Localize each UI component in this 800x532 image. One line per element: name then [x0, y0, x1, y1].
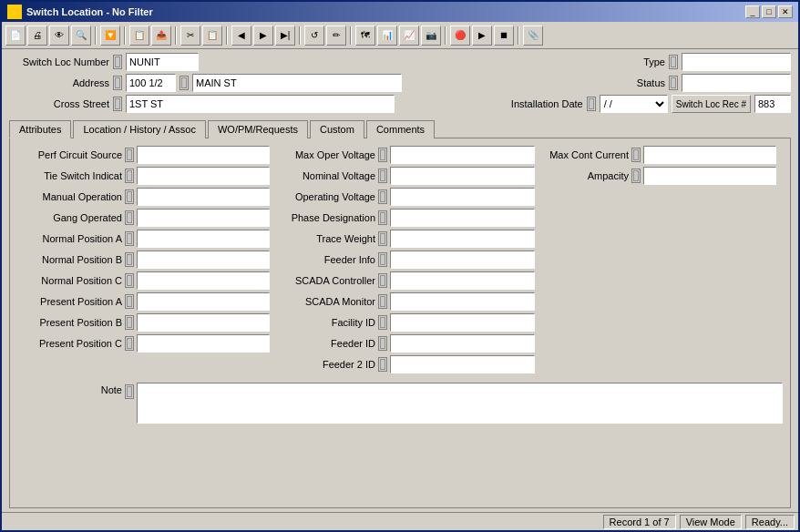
facility-id-input[interactable]: [390, 313, 535, 332]
close-button[interactable]: ✕: [778, 5, 793, 18]
field-perf-circuit-source: Perf Circuit Source: [17, 146, 263, 164]
toolbar-stop-btn[interactable]: 🔴: [450, 26, 470, 46]
operating-voltage-input[interactable]: [390, 188, 535, 206]
tab-custom[interactable]: Custom: [310, 120, 364, 138]
toolbar-export-btn[interactable]: 📤: [151, 26, 171, 46]
tie-switch-input[interactable]: [137, 167, 270, 185]
toolbar-search-btn[interactable]: 🔍: [71, 26, 91, 46]
sep2: [124, 26, 126, 45]
field-present-pos-b: Present Position B: [17, 313, 263, 332]
toolbar-filter-btn[interactable]: 🔽: [100, 26, 120, 46]
toolbar-map-btn[interactable]: 🗺: [355, 26, 375, 46]
tab-content-attributes: Perf Circuit Source Tie Switch Indicat M…: [9, 138, 791, 508]
form-row-2: Address Status: [9, 74, 791, 92]
toolbar-preview-btn[interactable]: 👁: [49, 26, 69, 46]
toolbar-photo-btn[interactable]: 📷: [421, 26, 441, 46]
address-indicator: [113, 76, 122, 90]
field-present-pos-a: Present Position A: [17, 292, 263, 311]
ampacity-input[interactable]: [643, 167, 776, 185]
app-icon: ⚡: [7, 5, 22, 19]
max-cont-current-input[interactable]: [643, 146, 776, 164]
note-indicator: [125, 384, 134, 399]
feeder-id-input[interactable]: [390, 334, 535, 353]
status-input[interactable]: [682, 74, 791, 92]
toolbar-cut-btn[interactable]: ✂: [180, 26, 200, 46]
tab-location-history[interactable]: Location / History / Assoc: [73, 120, 206, 138]
field-nominal-voltage: Nominal Voltage: [271, 167, 535, 185]
address-number-input[interactable]: [126, 74, 176, 92]
tab-bar: Attributes Location / History / Assoc WO…: [9, 119, 791, 138]
scada-controller-input[interactable]: [390, 271, 535, 290]
toolbar-new-btn[interactable]: 📄: [5, 26, 26, 46]
cross-street-input[interactable]: [126, 95, 395, 113]
field-manual-operation: Manual Operation: [17, 188, 263, 206]
toolbar-copy-btn[interactable]: 📋: [129, 26, 149, 46]
switch-loc-number-label: Switch Loc Number: [9, 56, 109, 67]
nominal-voltage-input[interactable]: [390, 167, 535, 185]
phase-designation-input[interactable]: [390, 209, 535, 227]
ampacity-label: Ampacity: [542, 170, 629, 181]
tab-attributes[interactable]: Attributes: [9, 120, 71, 138]
present-pos-c-input[interactable]: [137, 334, 270, 353]
present-pos-a-input[interactable]: [137, 292, 270, 311]
fid-indicator: [378, 315, 387, 330]
toolbar-prev-btn[interactable]: ◀: [231, 26, 251, 46]
field-normal-pos-c: Normal Position C: [17, 271, 263, 290]
address-street-input[interactable]: [192, 74, 402, 92]
toolbar-attach-btn[interactable]: 📎: [523, 26, 543, 46]
right-col: Max Cont Current Ampacity: [542, 146, 724, 373]
feeder-info-input[interactable]: [390, 251, 535, 269]
toolbar-edit-btn[interactable]: ✏: [326, 26, 346, 46]
operating-voltage-label: Operating Voltage: [271, 191, 375, 202]
toolbar-paste-btn[interactable]: 📋: [202, 26, 222, 46]
maximize-button[interactable]: □: [762, 5, 776, 18]
mcc-indicator: [631, 148, 641, 162]
sep5: [299, 26, 301, 45]
max-oper-voltage-input[interactable]: [390, 146, 535, 164]
gang-operated-input[interactable]: [137, 209, 270, 227]
address-street-indicator: [179, 76, 189, 90]
toolbar-print-btn[interactable]: 🖨: [27, 26, 47, 46]
normal-pos-c-input[interactable]: [137, 271, 270, 290]
minimize-button[interactable]: _: [745, 5, 760, 18]
sep4: [226, 26, 228, 45]
normal-pos-b-input[interactable]: [137, 251, 270, 269]
nominal-voltage-label: Nominal Voltage: [271, 170, 375, 181]
switch-loc-rec-input[interactable]: [754, 95, 791, 113]
type-input[interactable]: [682, 53, 791, 71]
phase-designation-label: Phase Designation: [271, 212, 375, 223]
f2id-indicator: [378, 357, 387, 372]
tab-wo-pm-requests[interactable]: WO/PM/Requests: [208, 120, 308, 138]
manual-operation-input[interactable]: [137, 188, 270, 206]
toolbar-refresh-btn[interactable]: ↺: [304, 26, 324, 46]
toolbar-play-btn[interactable]: ▶: [472, 26, 492, 46]
go-indicator: [125, 210, 134, 225]
present-pos-b-label: Present Position B: [17, 317, 122, 328]
normal-pos-b-label: Normal Position B: [17, 254, 122, 265]
toolbar-graph-btn[interactable]: 📈: [399, 26, 419, 46]
switch-loc-rec-button[interactable]: Switch Loc Rec #: [672, 95, 751, 113]
switch-loc-number-input[interactable]: [126, 53, 199, 71]
ready-status: Ready...: [745, 515, 795, 529]
field-feeder-id: Feeder ID: [271, 334, 535, 353]
toolbar-chart-btn[interactable]: 📊: [377, 26, 397, 46]
sep1: [95, 26, 97, 45]
present-pos-c-label: Present Position C: [17, 338, 122, 349]
trace-weight-input[interactable]: [390, 230, 535, 248]
scada-monitor-input[interactable]: [390, 292, 535, 311]
toolbar-halt-btn[interactable]: ⏹: [494, 26, 514, 46]
status-indicator: [669, 76, 678, 90]
sc-indicator: [378, 273, 387, 288]
status-bar: Record 1 of 7 View Mode Ready...: [2, 512, 798, 530]
installation-date-select[interactable]: / /: [600, 95, 668, 113]
tab-comments[interactable]: Comments: [366, 120, 435, 138]
field-operating-voltage: Operating Voltage: [271, 188, 535, 206]
perf-circuit-source-input[interactable]: [137, 146, 270, 164]
present-pos-b-input[interactable]: [137, 313, 270, 332]
toolbar-nav-next-btn[interactable]: ▶|: [275, 26, 295, 46]
feeder2-id-input[interactable]: [390, 355, 535, 373]
toolbar-nav-prev-btn[interactable]: ▶: [253, 26, 273, 46]
title-buttons: _ □ ✕: [745, 5, 793, 18]
normal-pos-a-input[interactable]: [137, 230, 270, 248]
note-textarea[interactable]: [137, 383, 783, 424]
